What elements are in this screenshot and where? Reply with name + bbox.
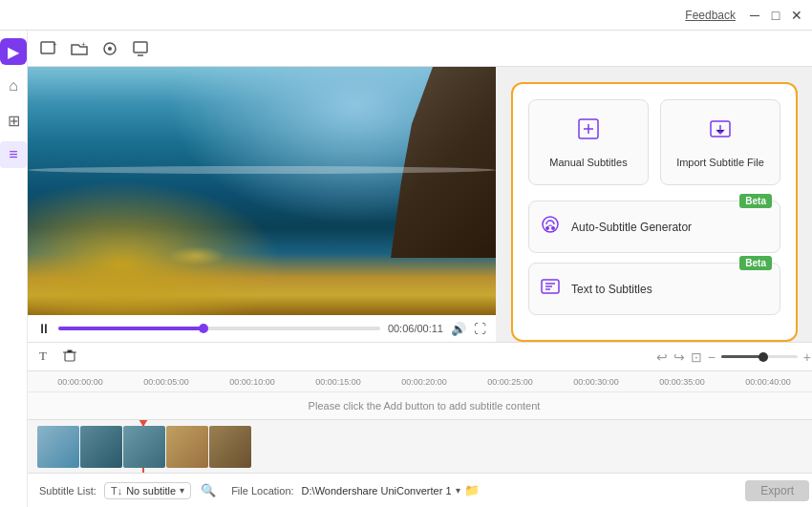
content-area: + + — [28, 31, 812, 507]
import-subtitle-icon — [707, 116, 734, 148]
editor-left-tools: T — [37, 347, 77, 367]
file-location-label: File Location: — [231, 485, 293, 496]
subtitle-select-value: No subtitle — [126, 485, 176, 496]
sidebar: ▶ ⌂ ⊞ ≡ — [0, 31, 28, 507]
subtitle-panel: Manual Subtitles Import Subtitle File Be… — [496, 67, 812, 342]
fullscreen-icon[interactable]: ⛶ — [474, 322, 486, 336]
video-section: ⏸ 00:06/00:11 🔊 ⛶ — [28, 67, 496, 342]
video-player[interactable] — [28, 67, 496, 315]
import-subtitle-card[interactable]: Import Subtitle File — [660, 99, 780, 185]
text-to-subtitle-row[interactable]: Beta Text to Subtitles — [528, 263, 780, 315]
auto-subtitle-row[interactable]: Beta Auto-Subtitle Generator — [528, 201, 780, 253]
progress-bar[interactable] — [58, 327, 380, 330]
title-bar: Feedback ─ □ ✕ — [0, 0, 812, 31]
track-thumbnails — [37, 426, 251, 468]
import-button[interactable] — [129, 37, 152, 60]
zoom-in-icon[interactable]: + — [803, 349, 811, 365]
text-subtitle-label: Text to Subtitles — [571, 283, 652, 296]
tick-8: 00:00:40:00 — [725, 377, 811, 387]
feedback-link[interactable]: Feedback — [685, 9, 736, 22]
tick-5: 00:00:25:00 — [467, 377, 553, 387]
svg-text:T: T — [39, 349, 47, 363]
zoom-fill — [721, 355, 763, 358]
import-subtitle-label: Import Subtitle File — [676, 156, 764, 169]
light-reflection — [168, 246, 225, 265]
subtitle-select[interactable]: T↓ No subtitle ▾ — [104, 482, 191, 499]
pause-button[interactable]: ⏸ — [37, 321, 51, 336]
add-folder-button[interactable]: + — [68, 37, 91, 60]
delete-icon[interactable] — [62, 348, 77, 366]
manual-subtitles-card[interactable]: Manual Subtitles — [528, 99, 649, 185]
thumb-3 — [123, 426, 165, 468]
add-media-button[interactable]: + — [37, 37, 60, 60]
zoom-out-icon[interactable]: − — [708, 349, 716, 365]
file-path-text: D:\Wondershare UniConverter 1 — [302, 485, 452, 496]
sidebar-subtitle[interactable]: ≡ — [0, 141, 27, 168]
manual-subtitles-icon — [575, 116, 602, 148]
top-toolbar: + + — [28, 31, 812, 67]
zoom-bar[interactable] — [721, 355, 798, 358]
tick-4: 00:00:20:00 — [381, 377, 467, 387]
svg-point-4 — [108, 47, 112, 51]
editor-right-tools: ↩ ↪ ⊡ − + — [656, 349, 811, 365]
video-panel-row: ⏸ 00:06/00:11 🔊 ⛶ — [28, 67, 812, 342]
progress-thumb — [199, 324, 208, 333]
zoom-thumb — [759, 352, 768, 362]
sidebar-media[interactable]: ⊞ — [0, 107, 27, 134]
search-button[interactable]: 🔍 — [201, 483, 216, 497]
subtitle-options-box: Manual Subtitles Import Subtitle File Be… — [511, 82, 798, 342]
sidebar-home[interactable]: ⌂ — [0, 73, 27, 99]
tick-3: 00:00:15:00 — [295, 377, 381, 387]
thumb-5 — [209, 426, 251, 468]
sidebar-logo[interactable]: ▶ — [0, 38, 27, 65]
thumb-4 — [166, 426, 208, 468]
redo-icon[interactable]: ↪ — [673, 349, 685, 365]
capture-icon[interactable]: ⊡ — [691, 349, 702, 365]
tick-2: 00:00:10:00 — [209, 377, 295, 387]
thumb-2 — [80, 426, 122, 468]
manual-subtitles-label: Manual Subtitles — [549, 156, 627, 169]
svg-rect-13 — [65, 352, 75, 361]
text-subtitle-icon — [539, 275, 562, 303]
auto-subtitle-label: Auto-Subtitle Generator — [571, 221, 692, 234]
tick-0: 00:00:00:00 — [37, 377, 123, 387]
export-button[interactable]: Export — [745, 480, 809, 501]
svg-text:+: + — [81, 40, 86, 49]
subtitle-top-row: Manual Subtitles Import Subtitle File — [528, 99, 780, 185]
svg-text:+: + — [53, 40, 57, 49]
undo-icon[interactable]: ↩ — [656, 349, 668, 365]
svg-rect-5 — [134, 42, 147, 53]
bottom-bar: Subtitle List: T↓ No subtitle ▾ 🔍 File L… — [28, 473, 812, 507]
volume-icon[interactable]: 🔊 — [451, 322, 466, 336]
tick-1: 00:00:05:00 — [123, 377, 209, 387]
timeline-ruler: 00:00:00:00 00:00:05:00 00:00:10:00 00:0… — [28, 371, 812, 392]
video-controls: ⏸ 00:06/00:11 🔊 ⛶ — [28, 315, 496, 342]
auto-subtitle-beta: Beta — [739, 194, 772, 208]
file-path-chevron: ▾ — [456, 485, 460, 496]
record-button[interactable] — [98, 37, 121, 60]
progress-fill — [58, 327, 203, 330]
minimize-button[interactable]: ─ — [747, 8, 762, 23]
folder-icon[interactable]: 📁 — [464, 483, 480, 497]
subtitle-list-label: Subtitle List: — [39, 485, 96, 496]
text-subtitle-beta: Beta — [739, 256, 772, 270]
time-display: 00:06/00:11 — [388, 323, 443, 334]
close-button[interactable]: ✕ — [789, 8, 804, 23]
svg-point-8 — [543, 217, 558, 232]
water-surface-overlay — [28, 166, 496, 174]
thumb-1 — [37, 426, 79, 468]
auto-subtitle-icon — [539, 213, 562, 241]
text-tool-icon[interactable]: T — [37, 347, 54, 367]
window-controls: ─ □ ✕ — [747, 8, 804, 23]
timeline-track[interactable] — [28, 419, 812, 473]
file-path-wrapper: D:\Wondershare UniConverter 1 ▾ 📁 — [302, 483, 480, 497]
restore-button[interactable]: □ — [768, 8, 783, 23]
timeline-area: 00:00:00:00 00:00:05:00 00:00:10:00 00:0… — [28, 370, 812, 473]
subtitle-type-icon: T↓ — [111, 485, 122, 496]
tick-7: 00:00:35:00 — [639, 377, 725, 387]
chevron-down-icon: ▾ — [180, 485, 184, 496]
editor-toolbar: T ↩ ↪ ⊡ − + — [28, 342, 812, 370]
timeline-message: Please click the Add button to add subti… — [28, 392, 812, 419]
tick-6: 00:00:30:00 — [553, 377, 639, 387]
main-layout: ▶ ⌂ ⊞ ≡ + + — [0, 31, 812, 507]
